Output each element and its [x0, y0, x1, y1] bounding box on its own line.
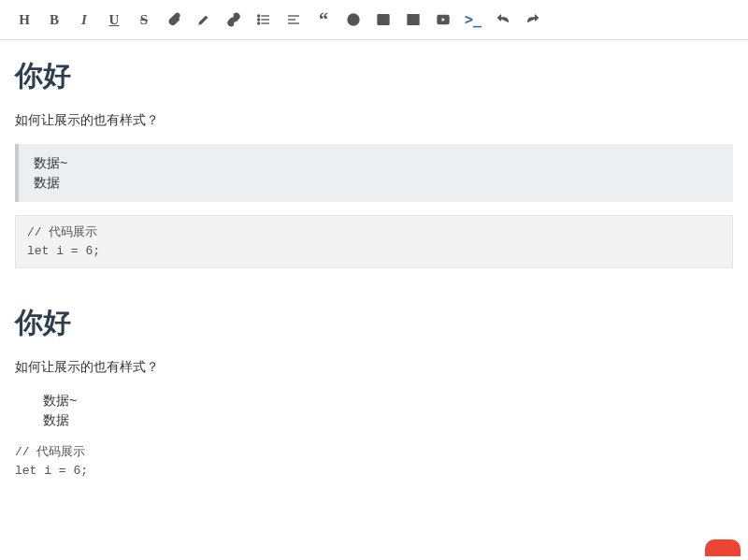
terminal-button[interactable]: >_: [458, 6, 488, 34]
emoji-icon: [346, 12, 361, 27]
preview-heading: 你好: [15, 304, 733, 342]
code-line: let i = 6;: [15, 464, 88, 478]
align-icon: [286, 12, 301, 27]
clip-icon: [166, 12, 181, 27]
link-button[interactable]: [219, 6, 249, 34]
blockquote-line: 数据: [34, 173, 718, 193]
svg-point-4: [258, 19, 260, 21]
editor-paragraph[interactable]: 如何让展示的也有样式？: [15, 112, 733, 129]
video-button[interactable]: [428, 6, 458, 34]
preview-pane: 你好 如何让展示的也有样式？ 数据~ 数据 // 代码展示 let i = 6;: [0, 287, 748, 489]
table-button[interactable]: [398, 6, 428, 34]
highlight-button[interactable]: [189, 6, 219, 34]
editor-pane[interactable]: 你好 如何让展示的也有样式？ 数据~ 数据 // 代码展示 let i = 6;: [0, 40, 748, 287]
svg-point-9: [348, 14, 359, 25]
link-icon: [226, 12, 241, 27]
clip-button[interactable]: [159, 6, 189, 34]
svg-point-5: [258, 22, 260, 24]
editor-heading[interactable]: 你好: [15, 57, 733, 95]
redo-icon: [525, 12, 540, 27]
strikethrough-icon: S: [140, 12, 148, 28]
svg-point-3: [258, 15, 260, 17]
underline-icon: U: [109, 12, 120, 28]
editor-codeblock[interactable]: // 代码展示 let i = 6;: [15, 215, 733, 268]
redo-button[interactable]: [518, 6, 548, 34]
svg-rect-14: [408, 15, 419, 25]
italic-icon: I: [81, 12, 87, 28]
svg-point-10: [351, 18, 352, 19]
code-line: let i = 6;: [27, 244, 100, 258]
bold-button[interactable]: B: [39, 6, 69, 34]
editor-toolbar: H B I U S “ >_: [0, 0, 748, 40]
blockquote-line: 数据: [43, 410, 733, 430]
highlight-icon: [196, 12, 211, 27]
image-icon: [376, 12, 391, 27]
image-button[interactable]: [368, 6, 398, 34]
underline-button[interactable]: U: [99, 6, 129, 34]
svg-point-11: [354, 18, 355, 19]
site-badge: [705, 539, 741, 556]
undo-button[interactable]: [488, 6, 518, 34]
quote-button[interactable]: “: [309, 6, 338, 34]
preview-blockquote: 数据~ 数据: [15, 391, 733, 430]
code-line: // 代码展示: [15, 445, 85, 459]
strikethrough-button[interactable]: S: [129, 6, 159, 34]
preview-paragraph: 如何让展示的也有样式？: [15, 359, 733, 376]
terminal-icon: >_: [465, 11, 482, 28]
list-icon: [256, 12, 271, 27]
heading-icon: H: [19, 12, 30, 28]
emoji-button[interactable]: [338, 6, 368, 34]
table-icon: [406, 12, 421, 27]
video-icon: [436, 12, 451, 27]
undo-icon: [496, 12, 511, 27]
blockquote-line: 数据~: [34, 153, 718, 173]
svg-point-13: [380, 17, 381, 19]
heading-button[interactable]: H: [9, 6, 39, 34]
align-button[interactable]: [279, 6, 309, 34]
blockquote-line: 数据~: [43, 391, 733, 410]
editor-blockquote[interactable]: 数据~ 数据: [15, 144, 733, 202]
preview-codeblock: // 代码展示 let i = 6;: [15, 443, 733, 480]
code-line: // 代码展示: [27, 225, 97, 239]
list-button[interactable]: [249, 6, 279, 34]
italic-button[interactable]: I: [69, 6, 99, 34]
bold-icon: B: [50, 12, 59, 28]
quote-icon: “: [319, 16, 328, 23]
